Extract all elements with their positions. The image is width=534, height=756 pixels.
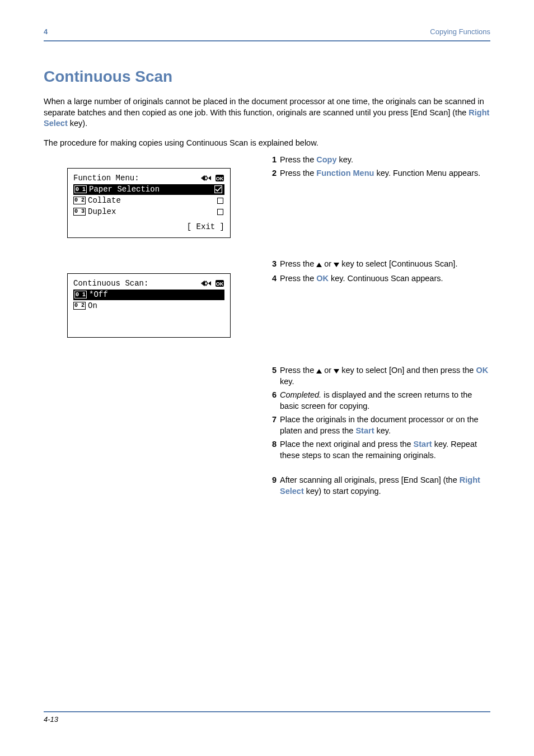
intro-p1: When a large number of originals cannot …	[44, 96, 490, 129]
down-triangle-icon	[334, 369, 339, 374]
procedure-lead: The procedure for making copies using Co…	[44, 138, 490, 149]
down-triangle-icon	[334, 263, 339, 267]
step-1a: Press the	[280, 155, 316, 164]
step-6-num: 6	[264, 390, 277, 401]
step-7c: key.	[374, 426, 391, 435]
step-4c: key. Continuous Scan appears.	[329, 274, 443, 283]
lcd2-row1-num: 0 1	[74, 291, 87, 298]
step-8b: Start	[414, 440, 432, 449]
step-7: Place the originals in the document proc…	[280, 414, 490, 436]
nav-ok-icon: OK	[200, 174, 224, 182]
svg-marker-9	[208, 281, 211, 286]
step-6: Completed. is displayed and the screen r…	[280, 390, 490, 412]
lcd1-row1-num: 0 1	[74, 185, 87, 193]
step-1: Press the Copy key.	[280, 155, 490, 166]
lcd2-row2: 0 2 On	[73, 301, 224, 311]
bottom-divider	[44, 711, 490, 712]
check-icon	[214, 185, 223, 193]
step-4-num: 4	[264, 273, 277, 284]
intro-text: When a large number of originals cannot …	[44, 96, 490, 129]
step-4b: OK	[316, 274, 329, 283]
step-2a: Press the	[280, 169, 316, 178]
step-7-num: 7	[264, 414, 277, 426]
page-header-left: 4	[44, 27, 48, 37]
page-header-right: Copying Functions	[430, 27, 490, 37]
lcd1-footer: [ Exit ]	[73, 222, 224, 232]
step-1c: key.	[337, 155, 354, 164]
step-1-num: 1	[264, 155, 277, 166]
step-2b: Function Menu	[316, 169, 374, 178]
step-2: Press the Function Menu key. Function Me…	[280, 168, 490, 179]
lcd1-row2-label: Collate	[88, 195, 215, 206]
lcd1-row2: 0 2 Collate	[73, 195, 224, 206]
lcd1-row1-label: Paper Selection	[89, 184, 212, 195]
step-9-num: 9	[264, 475, 277, 486]
top-divider	[44, 40, 490, 41]
step-1b: Copy	[316, 155, 336, 164]
step-8a: Place the next original and press the	[280, 440, 414, 449]
lcd2-row2-num: 0 2	[73, 302, 86, 310]
svg-text:OK: OK	[216, 176, 224, 181]
square-icon	[217, 209, 224, 215]
step-3-num: 3	[264, 259, 277, 270]
svg-marker-0	[208, 176, 211, 180]
lcd1-row2-num: 0 2	[73, 197, 86, 204]
square-icon	[217, 198, 224, 204]
lcd2-row2-label: On	[88, 301, 224, 311]
step-5-num: 5	[264, 365, 277, 376]
step-8: Place the next original and press the St…	[280, 439, 490, 461]
step-4: Press the OK key. Continuous Scan appear…	[280, 273, 490, 284]
step-5b: OK	[476, 366, 488, 375]
step-2c: key. Function Menu appears.	[374, 169, 480, 178]
step-2-num: 2	[264, 168, 277, 179]
step-3: Press the or key to select [Continuous S…	[280, 259, 490, 270]
lcd1-row3-label: Duplex	[88, 207, 215, 217]
page-footer: 4-13	[44, 715, 58, 725]
lcd-function-menu: Function Menu: OK 0 1 Paper Selection 0 …	[67, 168, 231, 238]
step-4a: Press the	[280, 274, 316, 283]
lcd1-title: Function Menu:	[73, 173, 139, 184]
lcd-continuous-scan: Continuous Scan: OK 0 1 *Off 0 2 On	[67, 273, 231, 338]
nav-ok-icon: OK	[200, 279, 224, 287]
lcd2-row1: 0 1 *Off	[73, 290, 224, 300]
step-9c: key) to start copying.	[304, 487, 381, 496]
lcd2-header: Continuous Scan: OK	[73, 278, 224, 289]
step-8-num: 8	[264, 439, 277, 450]
intro-p2: The procedure for making copies using Co…	[44, 138, 490, 149]
step-5c: key.	[280, 377, 294, 386]
step-9a: After scanning all originals, press [End…	[280, 475, 460, 484]
step-7b: Start	[355, 426, 374, 435]
lcd1-header: Function Menu: OK	[73, 173, 224, 184]
lcd1-row1: 0 1 Paper Selection	[73, 184, 224, 195]
step-6a: Completed.	[280, 390, 321, 399]
lcd2-title: Continuous Scan:	[73, 278, 148, 289]
step-9: After scanning all originals, press [End…	[280, 475, 490, 497]
up-triangle-icon	[316, 369, 322, 374]
lcd1-row3-num: 0 3	[73, 208, 86, 216]
step-5: Press the or key to select [On] and then…	[280, 365, 490, 387]
lcd1-row3: 0 3 Duplex	[73, 207, 224, 217]
intro-p1c: key).	[68, 119, 87, 128]
intro-p1a: When a large number of originals cannot …	[44, 97, 484, 117]
up-triangle-icon	[316, 263, 322, 267]
page-title: Continuous Scan	[44, 66, 172, 87]
svg-text:OK: OK	[216, 281, 224, 287]
lcd2-row1-label: *Off	[89, 290, 223, 300]
